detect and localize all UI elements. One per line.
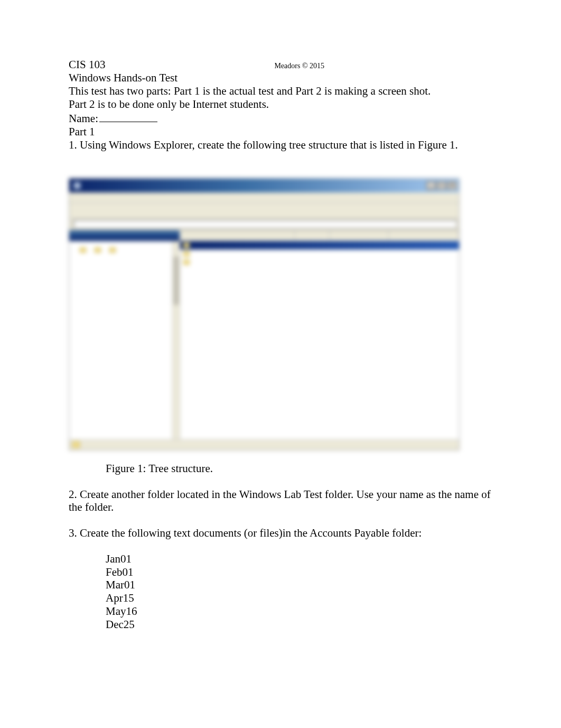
list-row[interactable] xyxy=(180,250,459,258)
figure-caption: Figure 1: Tree structure. xyxy=(106,462,492,475)
file-item: Feb01 xyxy=(106,566,492,579)
question-1: 1. Using Windows Explorer, create the fo… xyxy=(69,139,492,152)
column-name[interactable] xyxy=(180,231,295,241)
doc-title: Windows Hands-on Test xyxy=(69,71,492,85)
scrollbar-thumb[interactable] xyxy=(174,257,179,305)
menubar[interactable] xyxy=(69,192,459,203)
folder-icon xyxy=(183,251,190,256)
explorer-window: _ □ X xyxy=(69,178,460,450)
folders-header xyxy=(69,231,180,241)
file-item: Mar01 xyxy=(106,578,492,592)
copyright-text: Meadors © 2015 xyxy=(274,62,324,70)
document-body: CIS 103 Meadors © 2015 Windows Hands-on … xyxy=(69,58,492,631)
figure-1: _ □ X xyxy=(69,178,492,450)
folder-tree[interactable] xyxy=(69,241,180,246)
app-icon xyxy=(73,182,81,189)
split-area xyxy=(69,231,459,439)
question-2: 2. Create another folder located in the … xyxy=(69,488,492,514)
toolbar[interactable] xyxy=(69,203,459,219)
list-header[interactable] xyxy=(180,231,459,241)
name-row: Name: xyxy=(69,110,492,125)
titlebar: _ □ X xyxy=(69,179,459,192)
folder-icon xyxy=(183,260,190,265)
file-item: Apr15 xyxy=(106,592,492,605)
list-body[interactable] xyxy=(180,241,459,266)
intro-line-2: Part 2 is to be done only be Internet st… xyxy=(69,98,492,111)
column-modified[interactable] xyxy=(389,231,459,241)
folders-pane xyxy=(69,231,180,439)
folder-icon xyxy=(183,243,190,248)
file-item: Jan01 xyxy=(106,552,492,566)
address-input[interactable] xyxy=(73,220,457,228)
folder-icon xyxy=(72,441,80,448)
part-label: Part 1 xyxy=(69,125,492,139)
status-bar xyxy=(69,439,459,450)
column-size[interactable] xyxy=(295,231,330,241)
list-row[interactable] xyxy=(180,258,459,266)
question-3: 3. Create the following text documents (… xyxy=(69,527,492,540)
minimize-button[interactable]: _ xyxy=(426,181,436,190)
file-item: Dec25 xyxy=(106,618,492,631)
address-bar[interactable] xyxy=(69,219,459,231)
header-row: CIS 103 Meadors © 2015 xyxy=(69,58,492,71)
name-blank[interactable] xyxy=(99,110,157,122)
maximize-button[interactable]: □ xyxy=(437,181,446,190)
column-type[interactable] xyxy=(330,231,389,241)
course-code: CIS 103 xyxy=(69,58,105,71)
close-button[interactable]: X xyxy=(447,181,457,190)
name-label: Name: xyxy=(69,112,98,125)
list-row[interactable] xyxy=(180,241,459,250)
scrollbar[interactable] xyxy=(172,241,180,439)
file-list: Jan01 Feb01 Mar01 Apr15 May16 Dec25 xyxy=(106,552,492,631)
file-item: May16 xyxy=(106,605,492,618)
intro-line-1: This test has two parts: Part 1 is the a… xyxy=(69,85,492,98)
list-pane xyxy=(180,231,459,439)
